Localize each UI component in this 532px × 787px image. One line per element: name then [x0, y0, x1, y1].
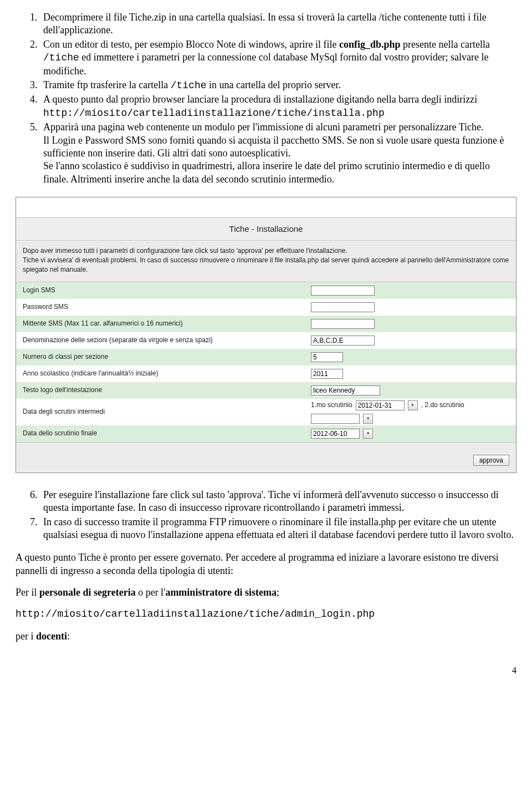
- instructions-list-1: Decomprimere il file Tiche.zip in una ca…: [16, 11, 516, 186]
- panel-description: Dopo aver immesso tutti i parametri di c…: [16, 241, 516, 282]
- step-4-text-a: A questo punto dal proprio browser lanci…: [43, 94, 477, 105]
- label-login-sms: Login SMS: [23, 286, 311, 295]
- p2-a: Per il: [16, 587, 39, 598]
- row-login-sms: Login SMS: [16, 282, 516, 299]
- row-scrutinio-finale: Data dello scrutinio finale ▾: [16, 425, 516, 442]
- row-num-classi: Numero di classi per sezione: [16, 349, 516, 365]
- step-1: Decomprimere il file Tiche.zip in una ca…: [40, 11, 516, 37]
- datepicker-button-3[interactable]: ▾: [363, 429, 373, 439]
- input-num-classi[interactable]: [311, 352, 343, 362]
- step-4: A questo punto dal proprio browser lanci…: [40, 93, 516, 120]
- panel-title: Tiche - Installazione: [16, 218, 516, 241]
- step-2-text-e: ed immettere i parametri per la connessi…: [43, 52, 489, 76]
- step-5: Apparirà una pagina web contenente un mo…: [40, 121, 516, 186]
- paragraph-docenti: per i docenti:: [16, 630, 516, 643]
- label-scrutini-intermedi: Data degli scrutini intermedi: [23, 408, 311, 417]
- p2-b: personale di segreteria: [39, 587, 136, 598]
- label-testo-logo: Testo logo dell'intestazione: [23, 386, 311, 395]
- step-2-path: /tiche: [43, 52, 79, 63]
- label-scrutinio-finale: Data dello scrutinio finale: [23, 429, 311, 438]
- step-5-text-a: Apparirà una pagina web contenente un mo…: [43, 121, 484, 133]
- p3-c: :: [67, 631, 70, 642]
- datepicker-button-1[interactable]: ▾: [408, 400, 418, 410]
- row-anno: Anno scolastico (indicare l'annualità½ i…: [16, 365, 516, 382]
- step-1-text: Decomprimere il file Tiche.zip in una ca…: [43, 12, 487, 35]
- step-2-text-a: Con un editor di testo, per esempio Bloc…: [43, 39, 339, 50]
- scrutinio1-label: 1.mo scrutinio: [311, 401, 352, 410]
- installer-panel: Tiche - Installazione Dopo aver immesso …: [16, 197, 516, 473]
- p2-e: ;: [277, 587, 279, 598]
- p2-c: o per l': [136, 587, 166, 598]
- instructions-list-2: Per eseguire l'installazione fare click …: [16, 489, 516, 542]
- step-4-url: http://miosito/cartelladiinstallazione/t…: [43, 108, 385, 119]
- label-denom-sezioni: Denominazione delle sezioni (separate da…: [23, 336, 311, 345]
- paragraph-segreteria: Per il personale di segreteria o per l'a…: [16, 586, 516, 599]
- input-scrutinio-finale-date[interactable]: [311, 429, 360, 439]
- step-3-text-a: Tramite ftp trasferire la cartella: [43, 79, 171, 90]
- step-2: Con un editor di testo, per esempio Bloc…: [40, 38, 516, 78]
- label-num-classi: Numero di classi per sezione: [23, 353, 311, 362]
- page-number: 4: [16, 665, 516, 677]
- datepicker-button-2[interactable]: ▾: [363, 414, 373, 424]
- input-password-sms[interactable]: [311, 302, 375, 312]
- admin-login-url: http://miosito/cartelladiinstallazione/t…: [16, 608, 516, 621]
- row-scrutini-intermedi: Data degli scrutini intermedi 1.mo scrut…: [16, 399, 516, 425]
- step-3: Tramite ftp trasferire la cartella /tich…: [40, 79, 516, 92]
- input-denom-sezioni[interactable]: [311, 336, 375, 346]
- step-7: In caso di successo tramite il programma…: [40, 516, 516, 542]
- step-3-text-c: in una cartella del proprio server.: [207, 79, 341, 90]
- paragraph-ready: A questo punto Tiche è pronto per essere…: [16, 551, 516, 577]
- panel-top-spacer: [16, 197, 516, 218]
- input-testo-logo[interactable]: [311, 385, 380, 395]
- input-login-sms[interactable]: [311, 286, 375, 296]
- step-5-text-b: Il Login e Password SMS sono forniti qua…: [43, 135, 504, 159]
- row-password-sms: Password SMS: [16, 299, 516, 316]
- step-6-text: Per eseguire l'installazione fare click …: [43, 489, 499, 513]
- row-testo-logo: Testo logo dell'intestazione: [16, 382, 516, 399]
- input-mittente-sms[interactable]: [311, 319, 375, 329]
- step-7-text: In caso di successo tramite il programma…: [43, 516, 514, 540]
- scrutinio2-label: , 2.do scrutinio: [421, 401, 464, 410]
- p3-b: docenti: [36, 631, 67, 642]
- label-mittente-sms: Mittente SMS (Max 11 car. alfanumerici o…: [23, 319, 311, 328]
- p3-a: per i: [16, 631, 36, 642]
- panel-desc-line1: Dopo aver immesso tutti i parametri di c…: [23, 247, 347, 255]
- row-denom-sezioni: Denominazione delle sezioni (separate da…: [16, 332, 516, 349]
- label-anno: Anno scolastico (indicare l'annualità½ i…: [23, 369, 311, 378]
- p2-d: amministratore di sistema: [165, 587, 277, 598]
- input-scrutinio1-date[interactable]: [356, 400, 405, 410]
- step-6: Per eseguire l'installazione fare click …: [40, 489, 516, 515]
- step-2-filename: config_db.php: [339, 39, 401, 50]
- input-anno[interactable]: [311, 369, 343, 379]
- input-scrutinio2-date[interactable]: [311, 414, 360, 424]
- panel-desc-line2: Tiche vi avvisera' di eventuali problemi…: [23, 256, 509, 273]
- step-2-text-c: presente nella cartella: [400, 39, 489, 50]
- approve-button[interactable]: approva: [473, 455, 509, 466]
- step-3-path: /tiche: [171, 80, 207, 91]
- label-password-sms: Password SMS: [23, 303, 311, 312]
- row-mittente-sms: Mittente SMS (Max 11 car. alfanumerici o…: [16, 316, 516, 332]
- step-5-text-c: Se l'anno scolastico è suddiviso in quad…: [43, 160, 490, 184]
- panel-actions: approva: [16, 442, 516, 473]
